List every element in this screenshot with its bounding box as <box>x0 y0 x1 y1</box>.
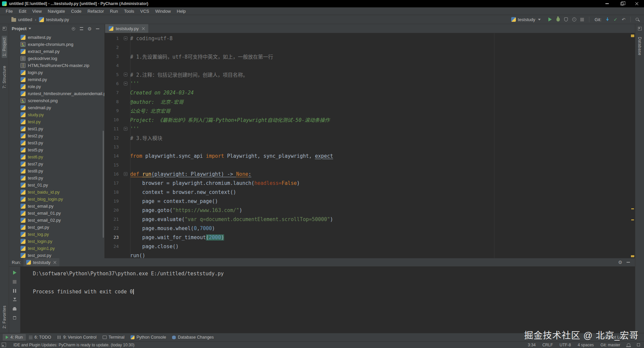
stop-button[interactable] <box>11 278 19 286</box>
tree-item-login-py[interactable]: login.py <box>9 69 104 76</box>
tree-item-test3-py[interactable]: test3.py <box>9 139 104 146</box>
code-line-5[interactable]: 5# 2.注释：包括记录创建时间，创建人，项目名称。 <box>105 70 630 79</box>
status-git-master[interactable]: Git: master <box>600 343 620 347</box>
update-button[interactable] <box>603 16 611 23</box>
tree-item-example-chromium-png[interactable]: example-chromium.png <box>9 41 104 48</box>
settings-button[interactable]: ⚙ <box>616 259 624 266</box>
toolwindow-stripe-2-favorites[interactable]: 2: Favorites <box>2 304 7 330</box>
tree-item-test_log-py[interactable]: test_log.py <box>9 231 104 238</box>
toolwindow-button-terminal[interactable]: Terminal <box>100 334 127 341</box>
toolwindow-stack-icon[interactable] <box>3 27 6 30</box>
project-panel-title[interactable]: Project <box>12 26 26 31</box>
editor-tab-teststudy[interactable]: teststudy.py <box>105 24 148 33</box>
toolwindow-stripe-database[interactable]: Database <box>637 35 642 57</box>
status-utf-8[interactable]: UTF-8 <box>559 343 571 347</box>
tree-item-test_01-py[interactable]: test_01.py <box>9 182 104 189</box>
tree-item-sendmail-py[interactable]: sendmail.py <box>9 104 104 111</box>
tree-item-test7-py[interactable]: test7.py <box>9 160 104 167</box>
code-line-17[interactable]: 17 browser = playwright.chromium.launch(… <box>105 179 630 188</box>
tree-item-test_login1-py[interactable]: test_login1.py <box>9 245 104 252</box>
toolwindow-toggle-icon[interactable] <box>2 343 6 347</box>
code-line-2[interactable]: 2 <box>105 43 630 52</box>
code-line-13[interactable]: 13 <box>105 142 630 151</box>
code-line-8[interactable]: 8@author: 北京-宏哥 <box>105 97 630 106</box>
revert-button[interactable]: ↶ <box>620 16 628 23</box>
tree-item-extract_email-py[interactable]: extract_email.py <box>9 48 104 55</box>
commit-button[interactable]: ✓ <box>611 16 620 23</box>
code-line-1[interactable]: 1# coding=utf-8 <box>105 34 630 43</box>
warning-mark[interactable] <box>631 208 634 209</box>
fold-icon[interactable] <box>124 37 127 40</box>
toolwindow-stripe-1-project[interactable]: 1: Project <box>2 36 7 58</box>
toolwindow-button-python-console[interactable]: Python Console <box>127 334 169 341</box>
tree-item-test8-py[interactable]: test8.py <box>9 167 104 175</box>
editor-scrollbar[interactable] <box>630 33 635 258</box>
menu-run[interactable]: Run <box>107 8 121 14</box>
status-3-34[interactable]: 3:34 <box>528 343 536 347</box>
tree-item-test_get-py[interactable]: test_get.py <box>9 224 104 231</box>
tree-item-study-py[interactable]: study.py <box>9 111 104 118</box>
toolwindow-button-6-todo[interactable]: 6: TODO <box>26 334 54 341</box>
restore-button[interactable] <box>614 0 629 7</box>
toolwindow-button-9-version-control[interactable]: 9: Version Control <box>54 334 99 341</box>
code-line-12[interactable]: 12# 3.导入模块 <box>105 133 630 142</box>
clear-button[interactable] <box>11 314 19 322</box>
collapse-button[interactable] <box>77 25 86 32</box>
code-line-22[interactable]: 22 page.mouse.wheel(0,7000) <box>105 224 630 233</box>
code-line-19[interactable]: 19 page = context.new_page() <box>105 197 630 206</box>
tree-item-test1-py[interactable]: test1.py <box>9 125 104 132</box>
coverage-button[interactable] <box>562 16 570 23</box>
fold-icon[interactable] <box>124 73 127 76</box>
locate-button[interactable] <box>69 25 77 32</box>
scroll-end-button[interactable] <box>11 296 19 304</box>
code-line-6[interactable]: 6''' <box>105 79 630 88</box>
run-configuration-select[interactable]: teststudy <box>508 16 543 23</box>
tree-item-test_login-py[interactable]: test_login.py <box>9 238 104 245</box>
close-run-tab-icon[interactable] <box>53 261 57 264</box>
hide-button[interactable] <box>624 259 632 266</box>
run-tab-teststudy[interactable]: teststudy <box>23 258 59 266</box>
status-message[interactable]: IDE and Plugin Updates: PyCharm is ready… <box>13 343 135 347</box>
status-indicator-icon[interactable] <box>637 343 640 346</box>
status-4-spaces[interactable]: 4 spaces <box>578 343 594 347</box>
menu-file[interactable]: File <box>3 8 16 14</box>
menu-refactor[interactable]: Refactor <box>85 8 107 14</box>
code-line-11[interactable]: 11''' <box>105 124 630 133</box>
code-line-end-24[interactable]: run() <box>105 251 630 258</box>
toolwindow-stripe-7-structure[interactable]: 7: Structure <box>2 64 7 90</box>
toolwindow-button-database-changes[interactable]: Database Changes <box>169 334 217 341</box>
code-editor[interactable]: 1# coding=utf-823# 1.先设置编码，utf-8可支持中英文，如… <box>105 33 630 258</box>
notifications-bell-icon[interactable] <box>627 343 630 346</box>
menu-view[interactable]: View <box>29 8 45 14</box>
profiler-button[interactable] <box>570 16 578 23</box>
tree-item-geckodriver-log[interactable]: geckodriver.log <box>9 55 104 62</box>
menu-edit[interactable]: Edit <box>16 8 29 14</box>
tree-item-test6-py[interactable]: test6.py <box>9 153 104 160</box>
code-line-21[interactable]: 21 page.evaluate("var q=document.documen… <box>105 215 630 224</box>
tree-item-htmltestrunnercn-master-zip[interactable]: HTMLTestRunnerCN-master.zip <box>9 62 104 69</box>
code-line-3[interactable]: 3# 1.先设置编码，utf-8可支持中英文，如上，一般放在第一行 <box>105 52 630 61</box>
tree-item-test_blog_login-py[interactable]: test_blog_login.py <box>9 196 104 203</box>
stop-button[interactable] <box>578 16 586 23</box>
tree-item-test9-py[interactable]: test9.py <box>9 175 104 182</box>
hide-button[interactable] <box>94 25 102 32</box>
close-button[interactable] <box>629 0 644 7</box>
close-tab-icon[interactable] <box>142 27 145 30</box>
tree-item-test2-py[interactable]: test2.py <box>9 132 104 139</box>
code-line-20[interactable]: 20 page.goto("https://www.163.com/") <box>105 206 630 215</box>
run-button[interactable] <box>546 16 554 23</box>
code-line-15[interactable]: 15 <box>105 160 630 169</box>
status-crlf[interactable]: CRLF <box>542 343 553 347</box>
inspection-indicator[interactable] <box>631 34 634 37</box>
tree-item-test5-py[interactable]: test5.py <box>9 146 104 153</box>
menu-code[interactable]: Code <box>68 8 85 14</box>
toolwindow-stack-icon[interactable] <box>638 27 642 30</box>
fold-icon[interactable] <box>124 127 127 131</box>
code-line-24[interactable]: 24 page.close() <box>105 242 630 251</box>
code-line-7[interactable]: 7Created on 2024-03-24 <box>105 88 630 97</box>
project-scrollbar[interactable] <box>103 131 104 238</box>
menu-tools[interactable]: Tools <box>121 8 137 14</box>
tree-item-test_email-py[interactable]: test_email.py <box>9 203 104 210</box>
search-everywhere-button[interactable] <box>633 16 641 23</box>
menu-navigate[interactable]: Navigate <box>45 8 68 14</box>
